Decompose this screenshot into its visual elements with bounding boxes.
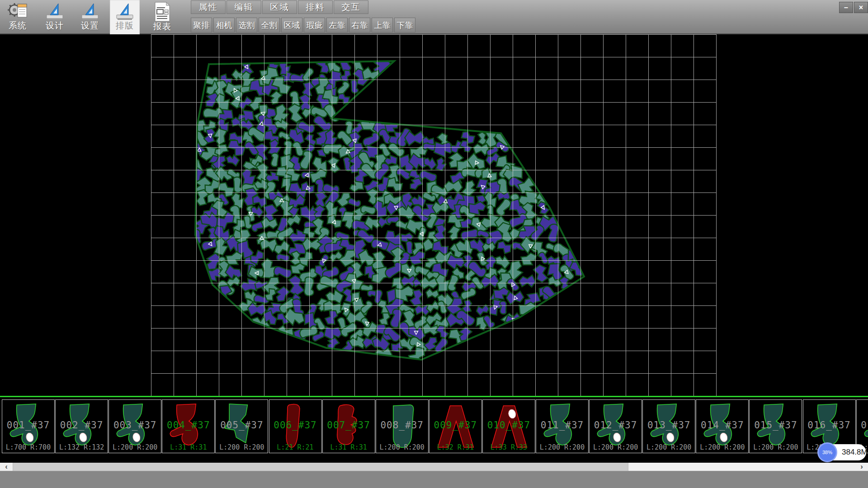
app-button-design[interactable]: 设计 <box>40 0 70 34</box>
tool-button-snap-right[interactable]: 右靠 <box>349 18 370 33</box>
part-thumbnail-014_#37[interactable]: 014_#37L:200 R:200 <box>696 399 749 453</box>
memory-badge: 38% 384.8M <box>819 444 866 460</box>
toolbar: 系统设计设置排版报表 属性编辑区域排料交互 聚排相机选割全割区域瑕疵左靠右靠上靠… <box>0 0 868 34</box>
part-lr-count: L:21 R:21 <box>269 443 321 451</box>
part-lr-count: L:200 R:200 <box>536 443 588 451</box>
tool-button-cut-all[interactable]: 全割 <box>259 18 280 33</box>
tool-button-snap-up[interactable]: 上靠 <box>372 18 393 33</box>
app-button-label: 设计 <box>40 21 70 31</box>
part-id-label: 014_#37 <box>696 420 748 431</box>
part-thumbnail-011_#37[interactable]: 011_#37L:200 R:200 <box>536 399 589 453</box>
part-thumbnail-004_#37[interactable]: 004_#37L:31 R:31 <box>162 399 215 453</box>
scroll-right-icon[interactable]: › <box>855 463 868 471</box>
part-id-label: 003_#37 <box>109 420 161 431</box>
part-thumbnail-001_#37[interactable]: 001_#37L:700 R:700 <box>2 399 55 453</box>
part-lr-count: L:31 R:31 <box>162 443 214 451</box>
part-lr-count: L:200 R:200 <box>750 443 802 451</box>
tool-button-snap-down[interactable]: 下靠 <box>394 18 415 33</box>
thumbnail-scrollbar[interactable]: ‹ › <box>0 463 868 471</box>
tool-button-region[interactable]: 区域 <box>281 18 302 33</box>
part-thumbnail-007_#37[interactable]: 007_#37L:31 R:31 <box>322 399 375 453</box>
thumbnail-strip-divider <box>0 396 868 397</box>
system-gear-icon <box>3 2 33 21</box>
part-id-label: 006_#37 <box>269 420 321 431</box>
menu-tab-properties[interactable]: 属性 <box>191 0 226 14</box>
part-thumbnail-009_#37[interactable]: 009_#37L:32 R:31 <box>429 399 482 453</box>
part-id-label: 008_#37 <box>376 420 428 431</box>
app-button-label: 系统 <box>3 21 33 31</box>
part-lr-count: L:200 R:200 <box>590 443 642 451</box>
part-thumbnail-006_#37[interactable]: 006_#37L:21 R:21 <box>269 399 322 453</box>
tool-button-snap-left[interactable]: 左靠 <box>326 18 348 33</box>
part-lr-count: L:200 R:200 <box>376 443 428 451</box>
part-id-label: 011_#37 <box>536 420 588 431</box>
part-lr-count: L:200 R:200 <box>643 443 695 451</box>
part-thumbnail-013_#37[interactable]: 013_#37L:200 R:200 <box>642 399 695 453</box>
part-thumbnail-005_#37[interactable]: 005_#37L:200 R:200 <box>215 399 268 453</box>
app-button-report[interactable]: 报表 <box>147 0 177 34</box>
part-id-label: 013_#37 <box>643 420 695 431</box>
part-id-label: 009_#37 <box>429 420 481 431</box>
part-id-label: 016_#37 <box>803 420 855 431</box>
part-lr-count: L:31 R:31 <box>323 443 375 451</box>
part-id-label: 015_#37 <box>750 420 802 431</box>
part-thumbnail-010_#37[interactable]: 010_#37L:33 R:33 <box>482 399 535 453</box>
part-lr-count: L:32 R:31 <box>429 443 481 451</box>
app-button-label: 排版 <box>110 21 140 31</box>
tool-button-cluster-nest[interactable]: 聚排 <box>191 18 212 33</box>
app-button-settings[interactable]: 设置 <box>75 0 105 34</box>
app-button-label: 设置 <box>75 21 105 31</box>
part-lr-count: L:200 R:200 <box>696 443 748 451</box>
layout-ruler-icon <box>110 2 140 21</box>
part-lr-count: L:33 R:33 <box>483 443 535 451</box>
menu-tab-nesting[interactable]: 排料 <box>298 0 333 14</box>
menu-tab-interaction[interactable]: 交互 <box>334 0 368 14</box>
part-lr-count: L:132 R:132 <box>56 443 108 451</box>
design-ruler-icon <box>40 2 70 21</box>
menu-tab-region[interactable]: 区域 <box>262 0 297 14</box>
tool-button-select-cut[interactable]: 选割 <box>236 18 257 33</box>
part-id-label: 017_#37 <box>857 420 868 431</box>
app-button-layout[interactable]: 排版 <box>110 0 140 34</box>
part-thumbnail-012_#37[interactable]: 012_#37L:200 R:200 <box>589 399 642 453</box>
part-id-label: 001_#37 <box>2 420 54 431</box>
close-button[interactable]: × <box>854 2 868 13</box>
part-thumbnail-008_#37[interactable]: 008_#37L:200 R:200 <box>376 399 429 453</box>
menu-tab-edit[interactable]: 编辑 <box>226 0 261 14</box>
status-bar <box>0 471 868 488</box>
scroll-left-icon[interactable]: ‹ <box>0 463 13 471</box>
report-doc-icon <box>147 2 177 22</box>
part-thumbnail-003_#37[interactable]: 003_#37L:200 R:200 <box>108 399 161 453</box>
part-lr-count: L:200 R:200 <box>109 443 161 451</box>
part-id-label: 012_#37 <box>590 420 642 431</box>
app-button-label: 报表 <box>147 22 177 32</box>
memory-value: 384.8M <box>842 448 868 457</box>
app-button-system[interactable]: 系统 <box>3 0 33 34</box>
part-id-label: 010_#37 <box>483 420 535 431</box>
part-lr-count: L:200 R:200 <box>216 443 268 451</box>
part-id-label: 004_#37 <box>162 420 214 431</box>
tool-button-defect[interactable]: 瑕疵 <box>304 18 325 33</box>
tool-button-camera[interactable]: 相机 <box>213 18 235 33</box>
progress-circle: 38% <box>817 442 837 462</box>
part-id-label: 007_#37 <box>323 420 375 431</box>
minimize-button[interactable]: – <box>839 2 853 13</box>
part-thumbnail-002_#37[interactable]: 002_#37L:132 R:132 <box>55 399 108 453</box>
part-id-label: 002_#37 <box>56 420 108 431</box>
part-lr-count: L:700 R:700 <box>2 443 54 451</box>
part-thumbnail-015_#37[interactable]: 015_#37L:200 R:200 <box>749 399 802 453</box>
part-id-label: 005_#37 <box>216 420 268 431</box>
scrollbar-thumb[interactable] <box>13 463 628 471</box>
settings-ruler-icon <box>75 2 105 21</box>
